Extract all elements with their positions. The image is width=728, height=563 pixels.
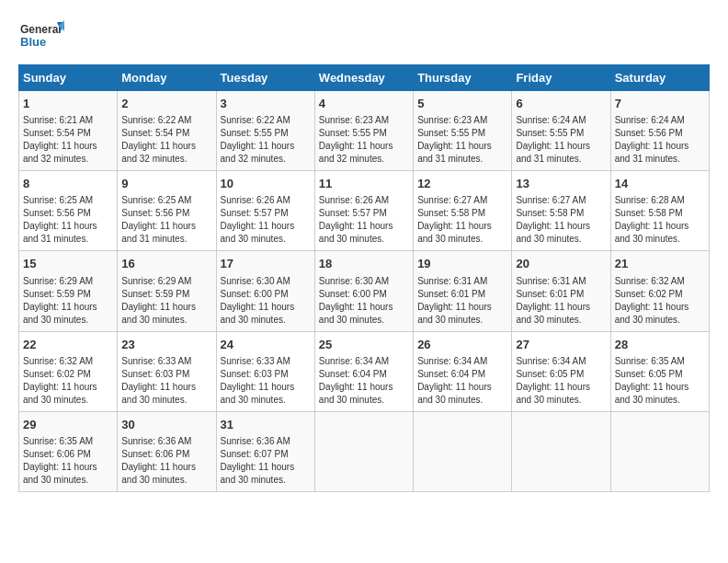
calendar-day-cell: 23Sunrise: 6:33 AMSunset: 6:03 PMDayligh… — [118, 331, 216, 411]
day-number: 18 — [319, 256, 409, 272]
day-number: 27 — [516, 337, 606, 353]
calendar-header-row: SundayMondayTuesdayWednesdayThursdayFrid… — [19, 65, 710, 91]
calendar-day-cell: 14Sunrise: 6:28 AMSunset: 5:58 PMDayligh… — [610, 171, 709, 251]
day-number: 12 — [417, 176, 507, 192]
day-number: 21 — [615, 256, 705, 272]
day-info: Sunrise: 6:22 AMSunset: 5:54 PMDaylight:… — [121, 114, 211, 166]
day-info: Sunrise: 6:35 AMSunset: 6:06 PMDaylight:… — [23, 435, 113, 487]
day-number: 29 — [23, 417, 113, 433]
calendar-day-cell: 26Sunrise: 6:34 AMSunset: 6:04 PMDayligh… — [414, 331, 512, 411]
day-number: 4 — [319, 96, 409, 112]
day-info: Sunrise: 6:24 AMSunset: 5:56 PMDaylight:… — [615, 114, 705, 166]
calendar-day-cell: 24Sunrise: 6:33 AMSunset: 6:03 PMDayligh… — [216, 331, 314, 411]
calendar-day-cell: 22Sunrise: 6:32 AMSunset: 6:02 PMDayligh… — [19, 331, 118, 411]
day-info: Sunrise: 6:34 AMSunset: 6:04 PMDaylight:… — [417, 355, 507, 407]
day-info: Sunrise: 6:33 AMSunset: 6:03 PMDaylight:… — [121, 355, 211, 407]
day-info: Sunrise: 6:21 AMSunset: 5:54 PMDaylight:… — [23, 114, 113, 166]
day-number: 3 — [221, 96, 311, 112]
day-info: Sunrise: 6:22 AMSunset: 5:55 PMDaylight:… — [221, 114, 311, 166]
calendar-day-cell: 17Sunrise: 6:30 AMSunset: 6:00 PMDayligh… — [216, 251, 314, 331]
day-number: 20 — [516, 256, 606, 272]
calendar-day-cell: 11Sunrise: 6:26 AMSunset: 5:57 PMDayligh… — [314, 171, 413, 251]
page-header: General Blue — [18, 18, 710, 55]
day-info: Sunrise: 6:23 AMSunset: 5:55 PMDaylight:… — [319, 114, 409, 166]
day-of-week-header: Friday — [512, 65, 610, 91]
day-info: Sunrise: 6:25 AMSunset: 5:56 PMDaylight:… — [23, 194, 113, 246]
day-info: Sunrise: 6:30 AMSunset: 6:00 PMDaylight:… — [319, 275, 409, 327]
day-number: 9 — [121, 176, 211, 192]
calendar-day-cell: 13Sunrise: 6:27 AMSunset: 5:58 PMDayligh… — [512, 171, 610, 251]
day-of-week-header: Tuesday — [216, 65, 314, 91]
day-info: Sunrise: 6:26 AMSunset: 5:57 PMDaylight:… — [319, 194, 409, 246]
day-number: 16 — [121, 256, 211, 272]
calendar-day-cell: 18Sunrise: 6:30 AMSunset: 6:00 PMDayligh… — [314, 251, 413, 331]
calendar-day-cell: 5Sunrise: 6:23 AMSunset: 5:55 PMDaylight… — [414, 91, 512, 171]
day-number: 22 — [23, 337, 113, 353]
calendar-week-row: 1Sunrise: 6:21 AMSunset: 5:54 PMDaylight… — [19, 91, 710, 171]
calendar-day-cell: 12Sunrise: 6:27 AMSunset: 5:58 PMDayligh… — [414, 171, 512, 251]
day-number: 30 — [121, 417, 211, 433]
day-info: Sunrise: 6:31 AMSunset: 6:01 PMDaylight:… — [516, 275, 606, 327]
calendar-day-cell: 16Sunrise: 6:29 AMSunset: 5:59 PMDayligh… — [118, 251, 216, 331]
day-number: 10 — [221, 176, 311, 192]
calendar-day-cell: 4Sunrise: 6:23 AMSunset: 5:55 PMDaylight… — [314, 91, 413, 171]
calendar-day-cell: 25Sunrise: 6:34 AMSunset: 6:04 PMDayligh… — [314, 331, 413, 411]
svg-text:Blue: Blue — [20, 35, 46, 49]
day-number: 17 — [221, 256, 311, 272]
calendar-week-row: 8Sunrise: 6:25 AMSunset: 5:56 PMDaylight… — [19, 171, 710, 251]
day-number: 31 — [221, 417, 311, 433]
day-number: 23 — [121, 337, 211, 353]
day-info: Sunrise: 6:26 AMSunset: 5:57 PMDaylight:… — [221, 194, 311, 246]
calendar-day-cell: 3Sunrise: 6:22 AMSunset: 5:55 PMDaylight… — [216, 91, 314, 171]
calendar-day-cell: 27Sunrise: 6:34 AMSunset: 6:05 PMDayligh… — [512, 331, 610, 411]
calendar-table: SundayMondayTuesdayWednesdayThursdayFrid… — [18, 64, 710, 492]
day-info: Sunrise: 6:28 AMSunset: 5:58 PMDaylight:… — [615, 194, 705, 246]
calendar-day-cell — [414, 411, 512, 491]
calendar-day-cell: 20Sunrise: 6:31 AMSunset: 6:01 PMDayligh… — [512, 251, 610, 331]
day-info: Sunrise: 6:27 AMSunset: 5:58 PMDaylight:… — [417, 194, 507, 246]
day-number: 13 — [516, 176, 606, 192]
day-of-week-header: Saturday — [610, 65, 709, 91]
calendar-day-cell: 15Sunrise: 6:29 AMSunset: 5:59 PMDayligh… — [19, 251, 118, 331]
calendar-day-cell: 31Sunrise: 6:36 AMSunset: 6:07 PMDayligh… — [216, 411, 314, 491]
day-info: Sunrise: 6:34 AMSunset: 6:05 PMDaylight:… — [516, 355, 606, 407]
day-info: Sunrise: 6:29 AMSunset: 5:59 PMDaylight:… — [121, 275, 211, 327]
calendar-day-cell: 8Sunrise: 6:25 AMSunset: 5:56 PMDaylight… — [19, 171, 118, 251]
day-of-week-header: Monday — [118, 65, 216, 91]
day-number: 28 — [615, 337, 705, 353]
calendar-day-cell: 7Sunrise: 6:24 AMSunset: 5:56 PMDaylight… — [610, 91, 709, 171]
day-number: 6 — [516, 96, 606, 112]
calendar-day-cell: 21Sunrise: 6:32 AMSunset: 6:02 PMDayligh… — [610, 251, 709, 331]
day-info: Sunrise: 6:23 AMSunset: 5:55 PMDaylight:… — [417, 114, 507, 166]
calendar-day-cell — [610, 411, 709, 491]
day-info: Sunrise: 6:24 AMSunset: 5:55 PMDaylight:… — [516, 114, 606, 166]
day-info: Sunrise: 6:36 AMSunset: 6:07 PMDaylight:… — [221, 435, 311, 487]
calendar-day-cell: 1Sunrise: 6:21 AMSunset: 5:54 PMDaylight… — [19, 91, 118, 171]
calendar-week-row: 15Sunrise: 6:29 AMSunset: 5:59 PMDayligh… — [19, 251, 710, 331]
calendar-day-cell: 9Sunrise: 6:25 AMSunset: 5:56 PMDaylight… — [118, 171, 216, 251]
day-of-week-header: Thursday — [414, 65, 512, 91]
day-number: 19 — [417, 256, 507, 272]
calendar-day-cell: 6Sunrise: 6:24 AMSunset: 5:55 PMDaylight… — [512, 91, 610, 171]
calendar-day-cell — [512, 411, 610, 491]
day-number: 2 — [121, 96, 211, 112]
day-of-week-header: Wednesday — [314, 65, 413, 91]
day-number: 1 — [23, 96, 113, 112]
day-number: 7 — [615, 96, 705, 112]
day-number: 11 — [319, 176, 409, 192]
calendar-day-cell: 29Sunrise: 6:35 AMSunset: 6:06 PMDayligh… — [19, 411, 118, 491]
day-number: 14 — [615, 176, 705, 192]
calendar-day-cell: 30Sunrise: 6:36 AMSunset: 6:06 PMDayligh… — [118, 411, 216, 491]
calendar-day-cell: 2Sunrise: 6:22 AMSunset: 5:54 PMDaylight… — [118, 91, 216, 171]
day-number: 15 — [23, 256, 113, 272]
day-number: 8 — [23, 176, 113, 192]
day-info: Sunrise: 6:33 AMSunset: 6:03 PMDaylight:… — [221, 355, 311, 407]
day-number: 24 — [221, 337, 311, 353]
day-number: 5 — [417, 96, 507, 112]
day-info: Sunrise: 6:25 AMSunset: 5:56 PMDaylight:… — [121, 194, 211, 246]
day-info: Sunrise: 6:30 AMSunset: 6:00 PMDaylight:… — [221, 275, 311, 327]
calendar-day-cell: 19Sunrise: 6:31 AMSunset: 6:01 PMDayligh… — [414, 251, 512, 331]
calendar-day-cell: 28Sunrise: 6:35 AMSunset: 6:05 PMDayligh… — [610, 331, 709, 411]
calendar-day-cell — [314, 411, 413, 491]
logo-svg: General Blue — [18, 18, 64, 55]
